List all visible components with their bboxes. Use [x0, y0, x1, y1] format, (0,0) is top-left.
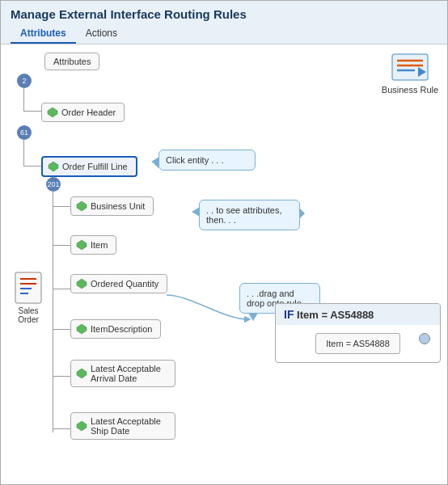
svg-marker-8: [77, 240, 87, 250]
item-desc-row: ItemDescription: [53, 319, 161, 339]
item-box[interactable]: Item: [70, 235, 116, 255]
svg-rect-0: [392, 54, 428, 80]
latest-ship-box[interactable]: Latest Acceptable Ship Date: [70, 412, 175, 440]
hline-id: [53, 329, 70, 330]
bubble-click-arrow: [151, 157, 159, 167]
business-unit-label: Business Unit: [91, 201, 145, 211]
attributes-box: Attributes: [44, 53, 99, 70]
ship-date-row: Latest Acceptable Ship Date: [53, 412, 175, 440]
if-rule-body: Item = AS54888: [276, 325, 440, 362]
badge-201: 201: [46, 177, 61, 192]
order-fulfill-line-box[interactable]: Order Fulfill Line: [41, 156, 137, 177]
hline-item: [53, 245, 70, 246]
ordered-quantity-row: Ordered Quantity: [53, 274, 167, 293]
order-fulfill-gem-icon: [48, 161, 59, 172]
item-description-box[interactable]: ItemDescription: [70, 319, 161, 339]
latest-ship-label: Latest Acceptable Ship Date: [91, 416, 167, 436]
item-label: Item: [91, 240, 108, 250]
sales-order-label: Sales Order: [7, 306, 49, 324]
vline-children: [53, 192, 53, 432]
oq-gem-icon: [76, 278, 87, 289]
tab-attributes[interactable]: Attributes: [11, 24, 76, 44]
laa-gem-icon: [76, 368, 87, 379]
latest-arrival-node[interactable]: Latest Acceptable Arrival Date: [70, 360, 175, 387]
order-header-label: Order Header: [61, 108, 116, 117]
svg-marker-12: [77, 421, 87, 431]
las-gem-icon: [76, 420, 87, 432]
vline-2: [23, 140, 24, 166]
svg-marker-6: [49, 162, 58, 171]
item-row: Item: [53, 235, 116, 255]
badge-61: 61: [17, 125, 32, 140]
if-rule-box: IF Item = AS54888 Item = AS54888: [275, 303, 441, 363]
hline-laa: [53, 376, 70, 377]
svg-marker-11: [77, 369, 87, 378]
hline-bu: [53, 206, 70, 207]
business-unit-row: Business Unit: [53, 196, 154, 216]
content-area: Business Rule Attributes 2 Order Header: [1, 44, 447, 484]
svg-marker-5: [48, 108, 57, 117]
business-rule-label: Business Rule: [381, 85, 439, 95]
header: Manage External Interface Routing Rules …: [1, 1, 447, 44]
hline-1: [23, 111, 41, 112]
order-header-node[interactable]: Order Header: [41, 103, 125, 122]
if-rule-header-expr: Item = AS54888: [297, 309, 374, 321]
vline-1: [23, 88, 24, 111]
hline-oq: [53, 289, 70, 289]
bubble-click-text: Click entity . . .: [166, 155, 224, 165]
tab-actions[interactable]: Actions: [76, 24, 127, 44]
svg-marker-9: [77, 279, 87, 289]
svg-marker-10: [77, 324, 87, 334]
if-rule-header: IF Item = AS54888: [276, 304, 440, 325]
order-header-box[interactable]: Order Header: [41, 103, 125, 122]
latest-arrival-box[interactable]: Latest Acceptable Arrival Date: [70, 360, 175, 387]
if-rule-inner: Item = AS54888: [315, 333, 400, 354]
hline-2: [23, 166, 41, 167]
tabs: Attributes Actions: [11, 24, 437, 44]
id-gem-icon: [76, 323, 87, 335]
drag-arrow: [158, 287, 251, 327]
order-fulfill-line-node[interactable]: Order Fulfill Line: [41, 156, 137, 177]
badge-2: 2: [17, 74, 32, 88]
hline-las: [53, 428, 70, 429]
bubble-see-arrow: [192, 207, 200, 217]
bubble-click: Click entity . . .: [158, 150, 256, 171]
sales-order: Sales Order: [7, 271, 49, 324]
bubble-see: . . to see attributes, then. . .: [199, 200, 300, 230]
business-rule-button[interactable]: Business Rule: [381, 51, 439, 95]
item-gem-icon: [76, 239, 87, 251]
item-description-label: ItemDescription: [91, 324, 152, 334]
business-rule-icon: [391, 51, 429, 83]
sales-order-icon: [14, 271, 43, 305]
if-rule-circle: [419, 333, 430, 344]
order-fulfill-label: Order Fulfill Line: [62, 162, 128, 171]
main-container: Manage External Interface Routing Rules …: [0, 0, 448, 485]
business-unit-box[interactable]: Business Unit: [70, 196, 154, 216]
latest-ship-node[interactable]: Latest Acceptable Ship Date: [70, 412, 175, 440]
if-keyword: IF: [284, 308, 294, 321]
item-description-node[interactable]: ItemDescription: [70, 319, 161, 339]
attributes-section: Attributes: [28, 53, 99, 70]
ordered-quantity-label: Ordered Quantity: [91, 279, 158, 289]
arrival-date-row: Latest Acceptable Arrival Date: [53, 360, 175, 387]
bubble-see-text: . . to see attributes, then. . .: [206, 205, 282, 225]
svg-marker-7: [77, 201, 87, 211]
page-title: Manage External Interface Routing Rules: [11, 7, 437, 21]
order-header-gem-icon: [47, 107, 58, 118]
latest-arrival-label: Latest Acceptable Arrival Date: [91, 364, 167, 383]
item-node[interactable]: Item: [70, 235, 116, 255]
tree-panel: Attributes 2 Order Header 61: [1, 44, 447, 484]
bu-gem-icon: [76, 200, 87, 212]
business-unit-node[interactable]: Business Unit: [70, 196, 154, 216]
ordered-quantity-box[interactable]: Ordered Quantity: [70, 274, 167, 293]
bubble-drag-arrow: [248, 313, 258, 321]
ordered-quantity-node[interactable]: Ordered Quantity: [70, 274, 167, 293]
